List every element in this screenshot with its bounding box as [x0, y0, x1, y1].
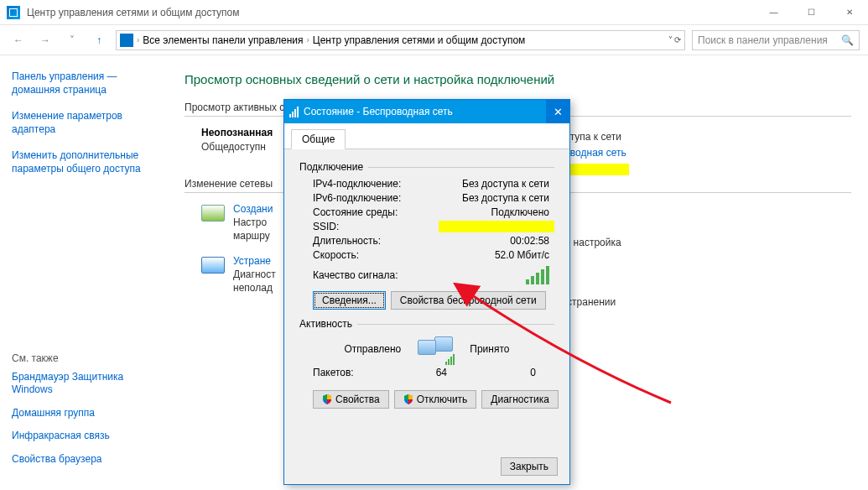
wifi-status-dialog: Состояние - Беспроводная сеть ✕ Общие По… — [283, 99, 570, 485]
wireless-properties-button[interactable]: Свойства беспроводной сети — [391, 291, 546, 310]
media-value: Подключено — [439, 206, 554, 218]
related-browser[interactable]: Свойства браузера — [12, 453, 156, 467]
sent-label: Отправлено — [345, 343, 402, 355]
ssid-value-redacted — [439, 221, 554, 232]
quality-label: Качество сигнала: — [313, 269, 439, 281]
new-connection-icon — [201, 205, 225, 222]
task1-link: Создани — [233, 203, 273, 215]
shield-icon — [322, 394, 332, 404]
task1-desc1: Настро — [233, 216, 273, 228]
up-button[interactable]: ↑ — [89, 30, 109, 50]
task1-desc2: маршру — [233, 230, 273, 242]
properties-button[interactable]: Свойства — [313, 390, 389, 409]
speed-label: Скорость: — [313, 249, 439, 261]
chevron-right-icon: › — [137, 35, 139, 44]
window-titlebar: Центр управления сетями и общим доступом… — [0, 0, 868, 25]
tab-general[interactable]: Общие — [291, 129, 346, 149]
duration-value: 00:02:58 — [439, 235, 554, 247]
task2-desc1: Диагност — [233, 268, 276, 280]
related-ir[interactable]: Инфракрасная связь — [12, 430, 156, 443]
ipv4-label: IPv4-подключение: — [313, 178, 439, 190]
chevron-right-icon: › — [306, 35, 309, 44]
search-icon: 🔍 — [841, 34, 854, 46]
related-firewall[interactable]: Брандмауэр Защитника Windows — [12, 371, 156, 397]
ssid-label: SSID: — [313, 221, 439, 232]
activity-monitors-icon — [418, 336, 453, 362]
minimize-button[interactable]: — — [755, 0, 793, 25]
sidebar-sharing-settings[interactable]: Изменить дополнительные параметры общего… — [12, 149, 156, 175]
sidebar-home[interactable]: Панель управления — домашняя страница — [12, 70, 156, 96]
shield-icon — [403, 394, 413, 404]
close-dialog-button[interactable]: Закрыть — [501, 457, 558, 476]
dialog-title: Состояние - Беспроводная сеть — [304, 106, 546, 117]
back-button[interactable]: ← — [8, 30, 29, 50]
task2-desc2: неполад — [233, 282, 276, 294]
search-input[interactable]: Поиск в панели управления 🔍 — [692, 30, 860, 50]
dialog-close-button[interactable]: ✕ — [546, 100, 569, 123]
dialog-titlebar[interactable]: Состояние - Беспроводная сеть ✕ — [284, 100, 569, 123]
recent-dropdown[interactable]: ˅ — [62, 30, 82, 50]
details-button[interactable]: Сведения... — [313, 291, 386, 310]
search-placeholder: Поиск в панели управления — [698, 34, 836, 46]
task2-link: Устране — [233, 255, 276, 267]
sidebar-adapter-settings[interactable]: Изменение параметров адаптера — [12, 110, 156, 136]
media-label: Состояние среды: — [313, 206, 439, 218]
related-homegroup[interactable]: Домашняя группа — [12, 407, 156, 420]
ipv4-value: Без доступа к сети — [439, 178, 554, 190]
signal-quality-icon — [526, 266, 549, 284]
control-panel-icon — [120, 34, 133, 47]
wifi-signal-icon — [289, 107, 299, 117]
breadcrumb-dropdown[interactable]: ˅ — [668, 35, 673, 44]
crumb-2[interactable]: Центр управления сетями и общим доступом — [313, 34, 526, 46]
window-title: Центр управления сетями и общим доступом — [27, 7, 755, 18]
recv-label: Принято — [470, 343, 509, 355]
group-connection: Подключение — [299, 161, 363, 173]
page-heading: Просмотр основных сведений о сети и наст… — [185, 72, 851, 86]
refresh-button[interactable]: ⟳ — [674, 35, 681, 44]
tab-strip: Общие — [284, 123, 569, 149]
disable-button[interactable]: Отключить — [394, 390, 477, 409]
sidebar: Панель управления — домашняя страница Из… — [0, 55, 168, 490]
breadcrumb[interactable]: › Все элементы панели управления › Центр… — [116, 30, 685, 50]
speed-value: 52.0 Мбит/с — [439, 249, 554, 261]
duration-label: Длительность: — [313, 235, 439, 247]
app-icon — [7, 6, 20, 19]
close-button[interactable]: ✕ — [830, 0, 868, 25]
related-title: См. также — [12, 352, 156, 364]
maximize-button[interactable]: ☐ — [793, 0, 830, 25]
forward-button[interactable]: → — [35, 30, 55, 50]
packets-label: Пакетов: — [313, 367, 405, 378]
ipv6-value: Без доступа к сети — [439, 192, 554, 204]
breadcrumb-bar: ← → ˅ ↑ › Все элементы панели управления… — [0, 25, 868, 55]
packets-sent: 64 — [405, 367, 481, 378]
troubleshoot-icon — [201, 257, 225, 274]
diagnose-button[interactable]: Диагностика — [481, 390, 559, 409]
group-activity: Активность — [299, 318, 352, 330]
packets-recv: 0 — [481, 367, 541, 378]
crumb-1[interactable]: Все элементы панели управления — [143, 34, 303, 46]
ipv6-label: IPv6-подключение: — [313, 192, 439, 204]
